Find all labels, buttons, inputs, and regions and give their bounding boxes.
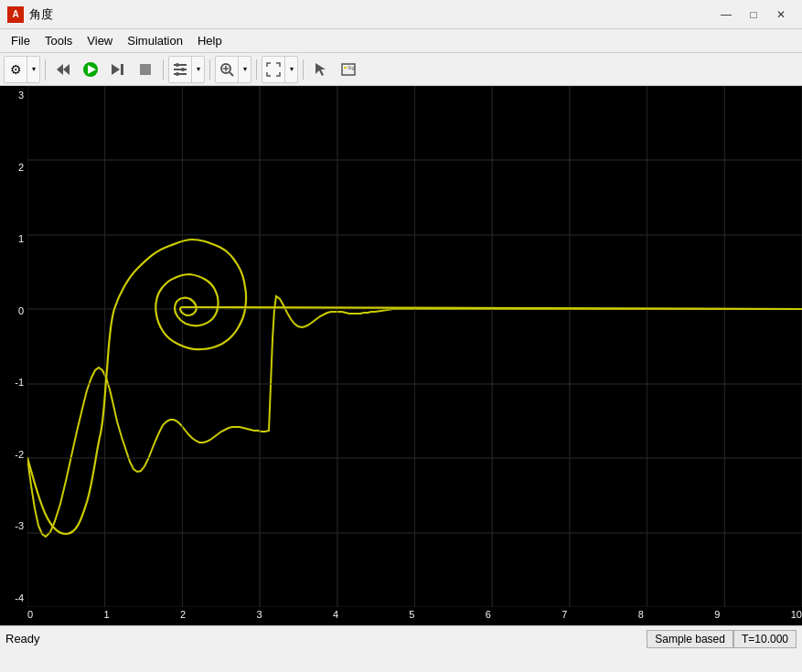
svg-point-10 (176, 63, 179, 67)
y-label-n3: -3 (0, 520, 24, 531)
toolbar-separator-3 (209, 59, 210, 80)
menu-view[interactable]: View (80, 32, 120, 49)
svg-marker-4 (112, 64, 120, 75)
toolbar-config-group: ▾ (168, 56, 205, 83)
toolbar-fit-group: ▾ (262, 56, 298, 83)
svg-marker-0 (57, 64, 63, 75)
svg-point-11 (181, 68, 185, 71)
settings-dropdown[interactable]: ▾ (27, 57, 39, 82)
fit-dropdown[interactable]: ▾ (284, 57, 297, 82)
restore-button[interactable]: □ (740, 4, 767, 26)
toolbar-zoom-group: ▾ (215, 56, 251, 83)
menu-tools[interactable]: Tools (37, 32, 80, 49)
y-axis: 3 2 1 0 -1 -2 -3 -4 (0, 86, 27, 607)
svg-marker-17 (315, 63, 326, 76)
toolbar-settings-group: ⚙ ▾ (4, 56, 40, 83)
y-label-0: 0 (0, 305, 24, 316)
stop-button[interactable] (133, 57, 158, 82)
play-button[interactable] (78, 57, 103, 82)
signal-overlay (27, 86, 802, 607)
config-dropdown[interactable]: ▾ (191, 57, 204, 82)
zoom-dropdown[interactable]: ▾ (238, 57, 251, 82)
x-label-4: 4 (333, 609, 338, 625)
y-label-3: 3 (0, 90, 24, 101)
rewind-button[interactable] (50, 57, 76, 82)
x-label-5: 5 (409, 609, 414, 625)
minimize-button[interactable]: — (712, 4, 740, 26)
menu-simulation[interactable]: Simulation (120, 32, 190, 49)
x-label-0: 0 (27, 609, 33, 625)
toolbar-separator-1 (45, 59, 46, 80)
legend-button[interactable]: Sig (336, 57, 361, 82)
toolbar: ⚙ ▾ ▾ (0, 53, 802, 86)
x-label-3: 3 (256, 609, 262, 625)
menu-help[interactable]: Help (190, 32, 230, 49)
toolbar-separator-4 (256, 59, 257, 80)
svg-point-12 (176, 72, 179, 76)
titlebar: A 角度 — □ ✕ (0, 0, 802, 29)
settings-button[interactable]: ⚙ (5, 57, 27, 82)
svg-line-14 (230, 72, 233, 76)
x-label-10: 10 (791, 609, 802, 625)
fit-button[interactable] (262, 57, 284, 82)
config-button[interactable] (169, 57, 191, 82)
x-label-1: 1 (103, 609, 109, 625)
app-icon: A (7, 6, 24, 23)
close-button[interactable]: ✕ (767, 4, 795, 26)
step-button[interactable] (105, 57, 131, 82)
svg-rect-5 (121, 64, 123, 75)
svg-rect-6 (140, 64, 151, 75)
y-label-2: 2 (0, 162, 24, 173)
x-label-6: 6 (486, 609, 491, 625)
x-label-7: 7 (561, 609, 567, 625)
status-text: Ready (5, 632, 40, 645)
svg-text:Sig: Sig (348, 65, 354, 70)
titlebar-left: A 角度 (7, 6, 53, 23)
menu-file[interactable]: File (4, 32, 37, 49)
toolbar-separator-2 (163, 59, 164, 80)
x-label-2: 2 (180, 609, 186, 625)
time-label: T=10.000 (733, 630, 797, 648)
y-label-n1: -1 (0, 377, 24, 388)
y-label-n4: -4 (0, 592, 24, 603)
zoom-button[interactable] (216, 57, 238, 82)
window-title: 角度 (29, 6, 53, 23)
x-label-8: 8 (638, 609, 644, 625)
window-controls: — □ ✕ (712, 4, 795, 26)
x-axis: 0 1 2 3 4 5 6 7 8 9 10 (27, 607, 802, 625)
statusbar-right: Sample based T=10.000 (647, 630, 797, 648)
sample-based-label: Sample based (647, 630, 733, 648)
y-label-n2: -2 (0, 449, 24, 460)
cursor-button[interactable] (308, 57, 334, 82)
statusbar: Ready Sample based T=10.000 (0, 625, 802, 651)
x-label-9: 9 (714, 609, 720, 625)
svg-marker-1 (63, 64, 70, 75)
y-label-1: 1 (0, 233, 24, 244)
plot-container: 3 2 1 0 -1 -2 -3 -4 (0, 86, 802, 625)
toolbar-separator-5 (303, 59, 304, 80)
menubar: File Tools View Simulation Help (0, 29, 802, 53)
